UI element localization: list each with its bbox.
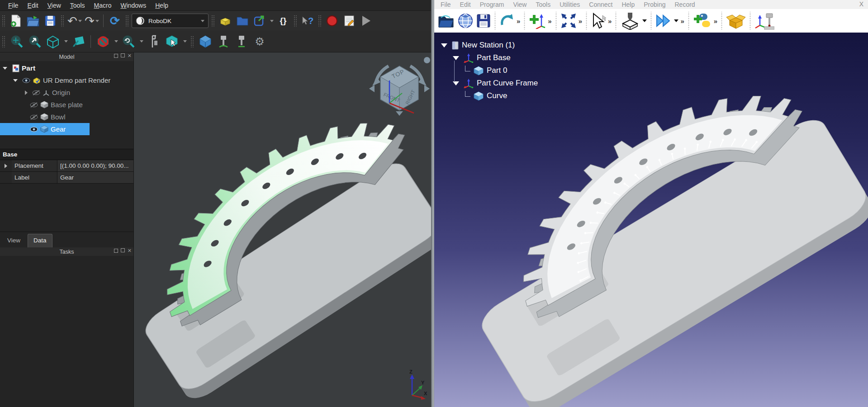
expander-icon[interactable] bbox=[25, 90, 28, 95]
toolbar-grip[interactable] bbox=[211, 15, 215, 27]
whats-this-button[interactable]: ? bbox=[300, 13, 315, 28]
run-fast-button[interactable]: » bbox=[654, 11, 685, 31]
open-station-button[interactable] bbox=[436, 11, 456, 31]
redo-button[interactable]: ↷ bbox=[84, 13, 100, 28]
expander-icon[interactable] bbox=[13, 79, 18, 82]
chevron-down-icon[interactable] bbox=[674, 19, 678, 22]
draw-style-button[interactable] bbox=[95, 34, 111, 49]
load-online-library-button[interactable] bbox=[456, 11, 475, 31]
robodk-3d-viewport[interactable]: New Station (1) Part Base Part 0 bbox=[434, 33, 868, 407]
sync-view-button[interactable] bbox=[121, 34, 136, 49]
navigation-cube[interactable]: TOP FRONT RIGHT bbox=[368, 54, 431, 118]
visibility-eye-icon[interactable] bbox=[30, 127, 38, 132]
measure-button[interactable] bbox=[146, 34, 161, 49]
save-button[interactable] bbox=[43, 13, 58, 28]
tab-data[interactable]: Data bbox=[28, 234, 52, 247]
selection-view-button[interactable] bbox=[164, 34, 180, 49]
menu-windows[interactable]: Windows bbox=[116, 1, 151, 10]
expander-icon[interactable] bbox=[5, 164, 7, 168]
edit-macro-button[interactable] bbox=[342, 13, 357, 28]
toolbar-grip[interactable] bbox=[61, 15, 64, 27]
robodk-cube-button[interactable] bbox=[198, 34, 213, 49]
chevron-down-icon[interactable] bbox=[642, 19, 647, 22]
package-export-button[interactable] bbox=[725, 11, 747, 31]
toolbar-grip[interactable] bbox=[2, 15, 5, 27]
folder-button[interactable] bbox=[235, 13, 250, 28]
overflow-chevron[interactable]: » bbox=[680, 17, 684, 25]
visibility-hidden-icon[interactable] bbox=[30, 102, 38, 108]
overflow-chevron[interactable]: » bbox=[608, 17, 612, 25]
toolbar-grip[interactable] bbox=[294, 15, 297, 27]
select-cursor-button[interactable]: » bbox=[589, 11, 613, 31]
menu-tools[interactable]: Tools bbox=[66, 1, 90, 10]
tree-item-gear[interactable]: Gear bbox=[0, 123, 133, 135]
settings-button[interactable]: ⚙ bbox=[252, 34, 267, 49]
probe-curve-button[interactable] bbox=[216, 34, 231, 49]
part-workbench-button[interactable] bbox=[218, 13, 233, 28]
undo-button[interactable]: ↶ bbox=[67, 13, 82, 28]
tab-view[interactable]: View bbox=[2, 234, 26, 247]
visibility-hidden-icon[interactable] bbox=[30, 114, 38, 120]
chevron-down-icon[interactable] bbox=[114, 40, 118, 43]
isometric-view-button[interactable] bbox=[45, 34, 61, 49]
menu-program[interactable]: Program bbox=[475, 1, 509, 8]
tree-item-new-station[interactable]: New Station (1) bbox=[437, 39, 538, 52]
add-python-program-button[interactable]: » bbox=[692, 11, 719, 31]
tree-item-part-base[interactable]: Part Base bbox=[437, 52, 538, 64]
overflow-chevron[interactable]: » bbox=[517, 17, 520, 25]
menu-edit[interactable]: Edit bbox=[455, 1, 475, 8]
menu-file[interactable]: File bbox=[436, 1, 455, 8]
panel-restore-icon[interactable] bbox=[114, 54, 118, 58]
expander-icon[interactable] bbox=[453, 56, 459, 60]
menu-help[interactable]: Help bbox=[151, 1, 173, 10]
property-value[interactable]: [(1.00 0.00 0.00); 90.00... bbox=[57, 160, 133, 171]
tree-item-part-curve-frame[interactable]: Part Curve Frame bbox=[437, 77, 538, 90]
menu-tools[interactable]: Tools bbox=[531, 1, 555, 8]
run-macro-button[interactable] bbox=[359, 13, 374, 28]
add-tool-button[interactable] bbox=[619, 11, 648, 31]
window-splitter[interactable] bbox=[431, 0, 434, 407]
zoom-button[interactable] bbox=[27, 34, 43, 49]
toolbar-grip[interactable] bbox=[190, 36, 194, 47]
menu-view[interactable]: View bbox=[508, 1, 531, 8]
visibility-eye-icon[interactable] bbox=[22, 78, 30, 83]
export-button[interactable] bbox=[252, 13, 267, 28]
overflow-chevron[interactable]: » bbox=[579, 17, 582, 25]
property-row-label[interactable]: Label Gear bbox=[0, 172, 133, 184]
visibility-hidden-icon[interactable] bbox=[32, 90, 40, 96]
overflow-chevron[interactable]: » bbox=[548, 17, 551, 25]
tree-item-curve[interactable]: Curve bbox=[437, 90, 538, 102]
pan-left-arrow[interactable] bbox=[369, 85, 375, 92]
pan-right-arrow[interactable] bbox=[424, 85, 430, 92]
expander-icon[interactable] bbox=[3, 67, 7, 70]
menu-utilities[interactable]: Utilities bbox=[555, 1, 584, 8]
menu-help[interactable]: Help bbox=[617, 1, 639, 8]
tree-item-base-plate[interactable]: Base plate bbox=[0, 99, 133, 111]
fit-all-button[interactable] bbox=[9, 34, 24, 49]
menu-connect[interactable]: Connect bbox=[584, 1, 617, 8]
property-row-placement[interactable]: Placement [(1.00 0.00 0.00); 90.00... bbox=[0, 160, 133, 172]
tree-item-origin[interactable]: Origin bbox=[0, 86, 133, 99]
menu-record[interactable]: Record bbox=[670, 1, 700, 8]
panel-float-icon[interactable] bbox=[121, 248, 125, 252]
chevron-down-icon[interactable] bbox=[140, 40, 143, 43]
property-value[interactable]: Gear bbox=[57, 172, 133, 183]
expander-icon[interactable] bbox=[441, 43, 447, 47]
measure-probe-button[interactable] bbox=[753, 11, 776, 31]
toolbar-grip[interactable] bbox=[2, 36, 5, 47]
tree-item-bowl[interactable]: Bowl bbox=[0, 111, 133, 123]
add-reference-frame-button[interactable]: » bbox=[527, 11, 553, 31]
open-document-button[interactable] bbox=[25, 13, 41, 28]
menu-edit[interactable]: Edit bbox=[23, 1, 43, 10]
panel-close-icon[interactable]: ✕ bbox=[128, 249, 132, 253]
tree-item-part[interactable]: Part bbox=[0, 62, 133, 74]
chevron-down-icon[interactable] bbox=[64, 40, 68, 43]
chevron-down-icon[interactable] bbox=[270, 20, 274, 22]
panel-float-icon[interactable] bbox=[121, 53, 125, 57]
panel-restore-icon[interactable] bbox=[114, 249, 118, 253]
probe-point-button[interactable] bbox=[234, 34, 249, 49]
freecad-3d-viewport[interactable]: TOP FRONT RIGHT Z Y X bbox=[134, 52, 431, 407]
macro-braces-button[interactable]: {} bbox=[275, 13, 291, 28]
workbench-selector[interactable]: RoboDK bbox=[132, 14, 209, 28]
refresh-button[interactable]: ⟳ bbox=[107, 13, 123, 28]
